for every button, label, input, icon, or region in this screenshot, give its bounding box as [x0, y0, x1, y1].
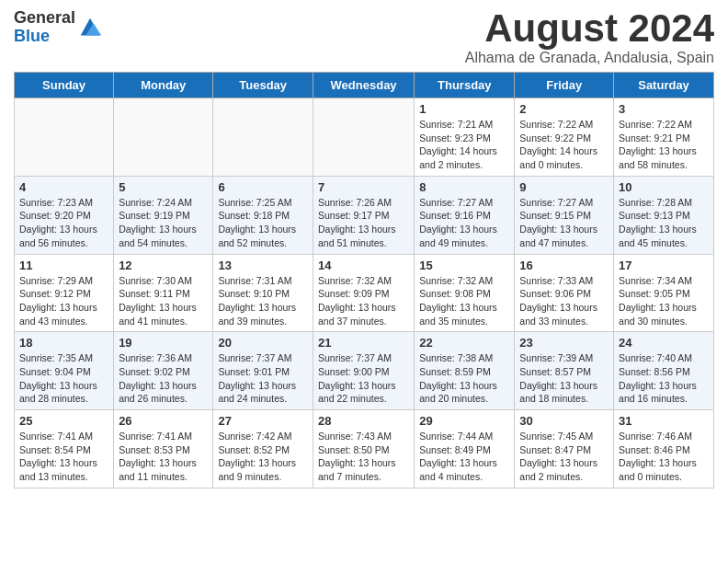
day-number: 11	[19, 259, 108, 272]
day-info: Sunrise: 7:42 AM Sunset: 8:52 PM Dayligh…	[218, 430, 308, 484]
day-info: Sunrise: 7:32 AM Sunset: 9:09 PM Dayligh…	[318, 274, 409, 328]
day-number: 18	[19, 336, 108, 350]
calendar-week-row: 1Sunrise: 7:21 AM Sunset: 9:23 PM Daylig…	[15, 98, 714, 177]
table-row: 22Sunrise: 7:38 AM Sunset: 8:59 PM Dayli…	[415, 332, 515, 410]
day-info: Sunrise: 7:25 AM Sunset: 9:18 PM Dayligh…	[218, 196, 308, 250]
header: General Blue August 2024 Alhama de Grana…	[14, 9, 714, 66]
day-number: 12	[119, 259, 208, 272]
col-wednesday: Wednesday	[313, 73, 414, 98]
day-info: Sunrise: 7:32 AM Sunset: 9:08 PM Dayligh…	[419, 274, 509, 328]
col-tuesday: Tuesday	[213, 73, 313, 98]
day-number: 4	[19, 180, 108, 194]
table-row: 18Sunrise: 7:35 AM Sunset: 9:04 PM Dayli…	[15, 332, 114, 410]
day-info: Sunrise: 7:28 AM Sunset: 9:13 PM Dayligh…	[619, 196, 709, 250]
day-number: 26	[119, 414, 208, 428]
day-info: Sunrise: 7:30 AM Sunset: 9:11 PM Dayligh…	[119, 274, 208, 328]
table-row: 19Sunrise: 7:36 AM Sunset: 9:02 PM Dayli…	[114, 332, 213, 410]
calendar-week-row: 4Sunrise: 7:23 AM Sunset: 9:20 PM Daylig…	[15, 176, 714, 254]
day-info: Sunrise: 7:37 AM Sunset: 9:00 PM Dayligh…	[318, 351, 409, 406]
day-number: 7	[318, 180, 409, 194]
table-row: 27Sunrise: 7:42 AM Sunset: 8:52 PM Dayli…	[213, 410, 313, 488]
day-number: 10	[619, 180, 709, 194]
table-row: 13Sunrise: 7:31 AM Sunset: 9:10 PM Dayli…	[213, 254, 313, 332]
day-number: 22	[419, 336, 509, 350]
table-row	[15, 98, 114, 177]
table-row	[313, 98, 414, 177]
table-row: 15Sunrise: 7:32 AM Sunset: 9:08 PM Dayli…	[415, 254, 515, 332]
day-info: Sunrise: 7:45 AM Sunset: 8:47 PM Dayligh…	[519, 430, 609, 484]
day-info: Sunrise: 7:22 AM Sunset: 9:21 PM Dayligh…	[619, 118, 709, 172]
table-row: 23Sunrise: 7:39 AM Sunset: 8:57 PM Dayli…	[515, 332, 614, 410]
day-number: 20	[218, 336, 308, 350]
table-row: 12Sunrise: 7:30 AM Sunset: 9:11 PM Dayli…	[114, 254, 213, 332]
day-number: 14	[318, 259, 409, 272]
page-container: General Blue August 2024 Alhama de Grana…	[0, 0, 728, 498]
day-number: 15	[419, 259, 509, 272]
table-row: 17Sunrise: 7:34 AM Sunset: 9:05 PM Dayli…	[614, 254, 714, 332]
day-info: Sunrise: 7:31 AM Sunset: 9:10 PM Dayligh…	[218, 274, 308, 328]
title-section: August 2024 Alhama de Granada, Andalusia…	[465, 9, 714, 66]
day-info: Sunrise: 7:39 AM Sunset: 8:57 PM Dayligh…	[519, 351, 609, 406]
table-row: 3Sunrise: 7:22 AM Sunset: 9:21 PM Daylig…	[614, 98, 714, 177]
day-info: Sunrise: 7:27 AM Sunset: 9:15 PM Dayligh…	[519, 196, 609, 250]
day-number: 21	[318, 336, 409, 350]
table-row: 28Sunrise: 7:43 AM Sunset: 8:50 PM Dayli…	[313, 410, 414, 488]
day-info: Sunrise: 7:24 AM Sunset: 9:19 PM Dayligh…	[119, 196, 208, 250]
table-row: 1Sunrise: 7:21 AM Sunset: 9:23 PM Daylig…	[415, 98, 515, 177]
day-number: 28	[318, 414, 409, 428]
day-number: 9	[519, 180, 609, 194]
day-info: Sunrise: 7:22 AM Sunset: 9:22 PM Dayligh…	[519, 118, 609, 172]
table-row: 31Sunrise: 7:46 AM Sunset: 8:46 PM Dayli…	[614, 410, 714, 488]
logo: General Blue	[14, 9, 103, 46]
day-info: Sunrise: 7:34 AM Sunset: 9:05 PM Dayligh…	[619, 274, 709, 328]
day-info: Sunrise: 7:38 AM Sunset: 8:59 PM Dayligh…	[419, 351, 509, 406]
day-info: Sunrise: 7:41 AM Sunset: 8:53 PM Dayligh…	[119, 430, 208, 484]
day-number: 19	[119, 336, 208, 350]
day-info: Sunrise: 7:41 AM Sunset: 8:54 PM Dayligh…	[19, 430, 108, 484]
table-row: 14Sunrise: 7:32 AM Sunset: 9:09 PM Dayli…	[313, 254, 414, 332]
day-number: 17	[619, 259, 709, 272]
day-number: 31	[619, 414, 709, 428]
day-info: Sunrise: 7:23 AM Sunset: 9:20 PM Dayligh…	[19, 196, 108, 250]
col-thursday: Thursday	[415, 73, 515, 98]
table-row: 5Sunrise: 7:24 AM Sunset: 9:19 PM Daylig…	[114, 176, 213, 254]
day-info: Sunrise: 7:27 AM Sunset: 9:16 PM Dayligh…	[419, 196, 509, 250]
day-number: 30	[519, 414, 609, 428]
day-number: 1	[419, 102, 509, 116]
table-row: 20Sunrise: 7:37 AM Sunset: 9:01 PM Dayli…	[213, 332, 313, 410]
day-info: Sunrise: 7:36 AM Sunset: 9:02 PM Dayligh…	[119, 351, 208, 406]
table-row: 8Sunrise: 7:27 AM Sunset: 9:16 PM Daylig…	[415, 176, 515, 254]
day-number: 3	[619, 102, 709, 116]
table-row: 9Sunrise: 7:27 AM Sunset: 9:15 PM Daylig…	[515, 176, 614, 254]
col-sunday: Sunday	[15, 73, 114, 98]
day-info: Sunrise: 7:26 AM Sunset: 9:17 PM Dayligh…	[318, 196, 409, 250]
col-saturday: Saturday	[614, 73, 714, 98]
day-info: Sunrise: 7:40 AM Sunset: 8:56 PM Dayligh…	[619, 351, 709, 406]
table-row	[213, 98, 313, 177]
day-number: 29	[419, 414, 509, 428]
table-row	[114, 98, 213, 177]
col-friday: Friday	[515, 73, 614, 98]
month-title: August 2024	[465, 9, 714, 48]
calendar-week-row: 25Sunrise: 7:41 AM Sunset: 8:54 PM Dayli…	[15, 410, 714, 488]
table-row: 30Sunrise: 7:45 AM Sunset: 8:47 PM Dayli…	[515, 410, 614, 488]
table-row: 2Sunrise: 7:22 AM Sunset: 9:22 PM Daylig…	[515, 98, 614, 177]
logo-blue: Blue	[14, 28, 75, 46]
col-monday: Monday	[114, 73, 213, 98]
day-number: 25	[19, 414, 108, 428]
day-number: 13	[218, 259, 308, 272]
table-row: 29Sunrise: 7:44 AM Sunset: 8:49 PM Dayli…	[415, 410, 515, 488]
day-info: Sunrise: 7:35 AM Sunset: 9:04 PM Dayligh…	[19, 351, 108, 406]
day-number: 5	[119, 180, 208, 194]
table-row: 24Sunrise: 7:40 AM Sunset: 8:56 PM Dayli…	[614, 332, 714, 410]
logo-general: General	[14, 9, 75, 28]
calendar-body: 1Sunrise: 7:21 AM Sunset: 9:23 PM Daylig…	[15, 98, 714, 488]
table-row: 21Sunrise: 7:37 AM Sunset: 9:00 PM Dayli…	[313, 332, 414, 410]
day-info: Sunrise: 7:43 AM Sunset: 8:50 PM Dayligh…	[318, 430, 409, 484]
day-info: Sunrise: 7:21 AM Sunset: 9:23 PM Dayligh…	[419, 118, 509, 172]
calendar-week-row: 18Sunrise: 7:35 AM Sunset: 9:04 PM Dayli…	[15, 332, 714, 410]
day-number: 2	[519, 102, 609, 116]
table-row: 10Sunrise: 7:28 AM Sunset: 9:13 PM Dayli…	[614, 176, 714, 254]
day-info: Sunrise: 7:37 AM Sunset: 9:01 PM Dayligh…	[218, 351, 308, 406]
table-row: 25Sunrise: 7:41 AM Sunset: 8:54 PM Dayli…	[15, 410, 114, 488]
